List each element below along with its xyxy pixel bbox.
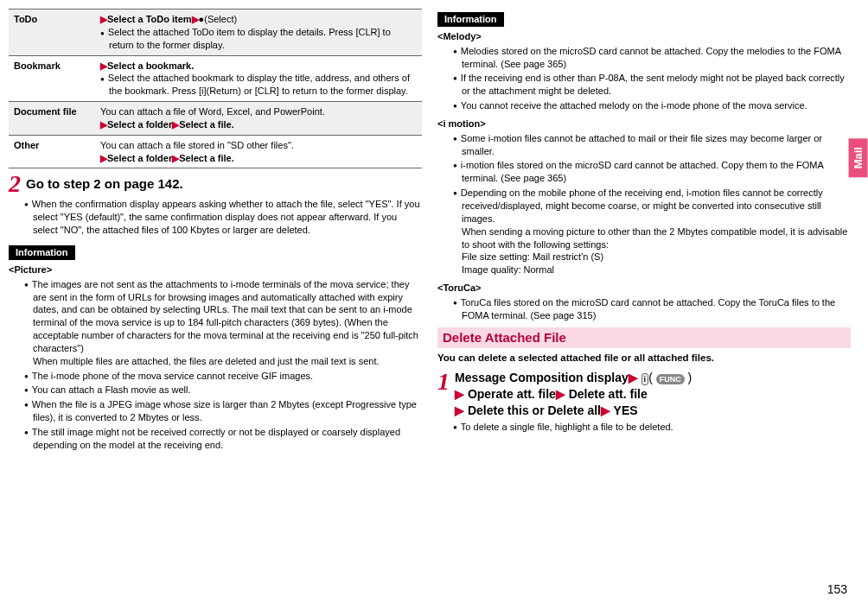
picture-bullets: The images are not sent as the attachmen… <box>24 278 422 452</box>
information-tag-left: Information <box>9 245 75 260</box>
info-bullet: ToruCa files stored on the microSD card … <box>453 296 851 322</box>
right-info-sections: <Melody>Melodies stored on the microSD c… <box>437 30 851 322</box>
row-label: Other <box>9 135 95 168</box>
delete-line2-a: Delete this or Delete all <box>468 403 601 417</box>
info-bullet: The still image might not be received co… <box>24 426 422 452</box>
info-bullet-group: ToruCa files stored on the microSD card … <box>453 296 851 322</box>
info-bullet: The i-mode phone of the mova service can… <box>24 370 422 383</box>
info-bullet-group: Melodies stored on the microSD card cann… <box>453 45 851 112</box>
step-2-bullets: When the confirmation display appears as… <box>24 198 422 237</box>
info-bullet: i-motion files stored on the microSD car… <box>453 159 851 185</box>
info-bullet: Melodies stored on the microSD card cann… <box>453 45 851 71</box>
table-row: ToDo▶Select a ToDo item▶●(Select)●Select… <box>9 10 422 56</box>
information-tag-right: Information <box>437 12 504 27</box>
step2-bullet: When the confirmation display appears as… <box>24 198 422 237</box>
page-number: 153 <box>827 581 847 598</box>
delete-line1-a: Message Composition display <box>455 371 629 384</box>
delete-line1-c: Delete att. file <box>569 387 648 401</box>
info-bullet: When the file is a JPEG image whose size… <box>24 398 422 424</box>
info-subhead: <ToruCa> <box>437 282 851 295</box>
info-bullet: The images are not sent as the attachmen… <box>24 278 422 368</box>
row-label: ToDo <box>9 10 95 56</box>
delete-attached-heading: Delete Attached File <box>437 327 851 348</box>
delete-step-bullets: To delete a single file, highlight a fil… <box>453 421 851 434</box>
picture-subhead: <Picture> <box>9 263 422 276</box>
i-key-icon: i <box>641 373 649 385</box>
step-2-row: 2 Go to step 2 on page 142. <box>9 172 422 196</box>
side-tab-mail: Mail <box>849 138 868 177</box>
step-1-row: 1 Message Composition display▶ i( FUNC )… <box>437 370 851 419</box>
delete-line2-b: YES <box>614 403 638 417</box>
delete-step-line2: ▶ Operate att. file▶ Delete att. file <box>455 386 692 403</box>
func-pill: FUNC <box>656 374 685 384</box>
info-bullet-group: Some i-motion files cannot be attached t… <box>453 132 851 276</box>
row-content: ▶Select a bookmark.●Select the attached … <box>95 55 422 102</box>
step-number-1: 1 <box>437 370 450 394</box>
delete-bullet: To delete a single file, highlight a fil… <box>453 421 851 434</box>
step-2-title: Go to step 2 on page 142. <box>26 175 183 193</box>
row-label: Bookmark <box>9 55 95 102</box>
row-content: You can attach a file stored in "SD othe… <box>95 135 422 168</box>
info-subhead: <Melody> <box>437 30 851 43</box>
table-row: Bookmark▶Select a bookmark.●Select the a… <box>9 55 422 102</box>
info-bullet: You can attach a Flash movie as well. <box>24 384 422 397</box>
attachment-type-table: ToDo▶Select a ToDo item▶●(Select)●Select… <box>9 9 422 168</box>
left-column: ToDo▶Select a ToDo item▶●(Select)●Select… <box>9 9 422 457</box>
info-bullet: If the receiving end is other than P-08A… <box>453 72 851 98</box>
info-bullet: Some i-motion files cannot be attached t… <box>453 132 851 158</box>
delete-attached-lead: You can delete a selected attached file … <box>437 352 851 365</box>
delete-step-line3: ▶ Delete this or Delete all▶ YES <box>455 403 692 419</box>
step-number-2: 2 <box>9 172 21 196</box>
info-subhead: <i motion> <box>437 117 851 130</box>
row-label: Document file <box>9 102 95 136</box>
table-row: OtherYou can attach a file stored in "SD… <box>9 135 422 168</box>
delete-line1-b: Operate att. file <box>468 387 556 401</box>
info-bullet: You cannot receive the attached melody o… <box>453 99 851 112</box>
row-content: ▶Select a ToDo item▶●(Select)●Select the… <box>95 10 422 56</box>
right-column: Information <Melody>Melodies stored on t… <box>437 9 851 457</box>
row-content: You can attach a file of Word, Excel, an… <box>95 102 422 136</box>
table-row: Document fileYou can attach a file of Wo… <box>9 102 422 136</box>
info-bullet: Depending on the mobile phone of the rec… <box>453 187 851 276</box>
delete-step-line1: Message Composition display▶ i( FUNC ) <box>455 370 692 386</box>
